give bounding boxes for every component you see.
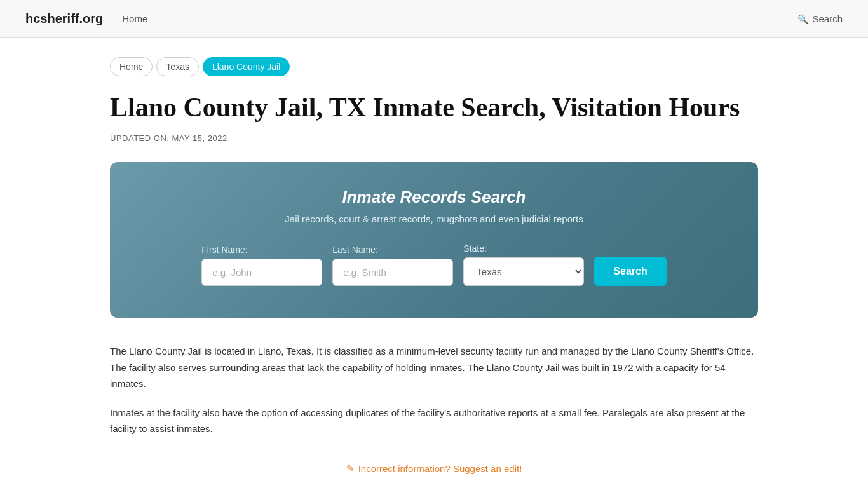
state-select[interactable]: Texas Alabama Alaska Arizona Arkansas Ca…: [463, 257, 584, 286]
nav-home-link[interactable]: Home: [122, 13, 147, 24]
suggest-edit-label: Incorrect information? Suggest an edit!: [358, 463, 522, 474]
breadcrumb-llano-county-jail[interactable]: Llano County Jail: [203, 57, 290, 76]
suggest-edit-link[interactable]: ✎ Incorrect information? Suggest an edit…: [346, 463, 522, 475]
breadcrumb: Home Texas Llano County Jail: [110, 57, 758, 76]
body-paragraph-1: The Llano County Jail is located in Llan…: [110, 343, 758, 392]
pencil-icon: ✎: [346, 463, 355, 475]
navbar-brand[interactable]: hcsheriff.org: [25, 11, 103, 26]
first-name-group: First Name:: [201, 245, 322, 286]
suggest-edit-section: ✎ Incorrect information? Suggest an edit…: [110, 463, 758, 475]
updated-date: UPDATED ON: MAY 15, 2022: [110, 133, 758, 143]
breadcrumb-home[interactable]: Home: [110, 57, 153, 76]
last-name-group: Last Name:: [332, 245, 453, 286]
navbar-search-label[interactable]: Search: [812, 13, 843, 24]
navbar: hcsheriff.org Home 🔍 Search: [0, 0, 868, 38]
search-icon: 🔍: [797, 14, 808, 24]
search-card-subtitle: Jail records, court & arrest records, mu…: [148, 214, 720, 224]
navbar-nav: Home: [122, 13, 797, 24]
search-form: First Name: Last Name: State: Texas Alab…: [148, 243, 720, 286]
last-name-label: Last Name:: [332, 245, 378, 255]
page-title: Llano County Jail, TX Inmate Search, Vis…: [110, 92, 758, 123]
body-paragraph-2: Inmates at the facility also have the op…: [110, 405, 758, 437]
last-name-input[interactable]: [332, 259, 453, 286]
search-card-title: Inmate Records Search: [148, 187, 720, 207]
main-content: Home Texas Llano County Jail Llano Count…: [85, 38, 783, 488]
breadcrumb-texas[interactable]: Texas: [156, 57, 199, 76]
navbar-search[interactable]: 🔍 Search: [797, 13, 843, 24]
first-name-input[interactable]: [201, 259, 322, 286]
search-button[interactable]: Search: [594, 257, 666, 286]
search-card: Inmate Records Search Jail records, cour…: [110, 162, 758, 318]
state-group: State: Texas Alabama Alaska Arizona Arka…: [463, 243, 584, 286]
first-name-label: First Name:: [201, 245, 247, 255]
state-label: State:: [463, 243, 487, 254]
